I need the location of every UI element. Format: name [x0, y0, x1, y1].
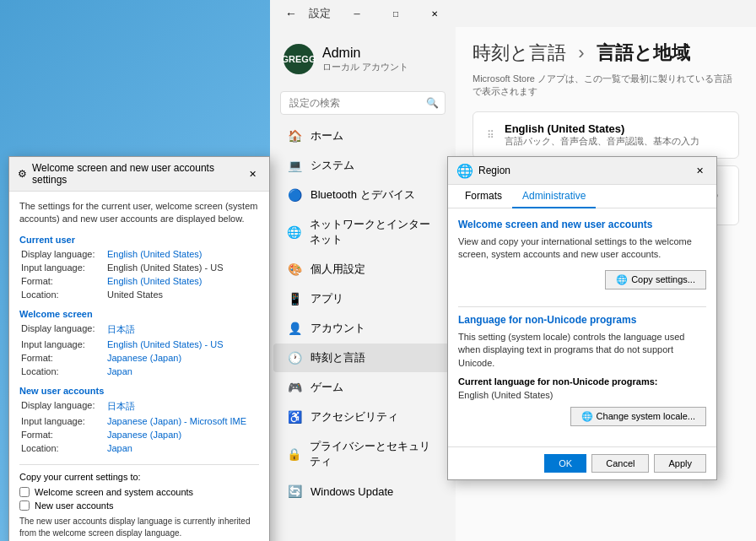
user-name: Admin — [322, 46, 408, 61]
apply-button[interactable]: Apply — [654, 454, 706, 473]
region-dialog-footer: OK Cancel Apply — [448, 446, 716, 479]
table-row: Input language: English (United States) … — [21, 262, 257, 273]
ok-button[interactable]: OK — [544, 454, 586, 473]
welcome-screen-label: Welcome screen — [19, 309, 259, 319]
nu-format-val: Japanese (Japan) — [107, 429, 257, 441]
table-row: Format: English (United States) — [21, 275, 257, 287]
table-row: Display language: 日本語 — [21, 399, 257, 414]
lang-info: English (United States) 言語パック、音声合成、音声認識、… — [505, 122, 725, 148]
minimize-button[interactable]: ─ — [338, 0, 376, 27]
region-titlebar: 🌐 Region ✕ — [448, 157, 716, 185]
avatar: GREGG — [284, 44, 314, 74]
table-row: Input language: English (United States) … — [21, 338, 257, 350]
nav-label-time: 時刻と言語 — [310, 350, 365, 365]
table-row: Display language: English (United States… — [21, 248, 257, 260]
sidebar-item-update[interactable]: 🔄 Windows Update — [273, 477, 452, 506]
welcome-close-button[interactable]: ✕ — [244, 165, 261, 182]
change-locale-button[interactable]: 🌐 Change system locale... — [570, 407, 706, 426]
checkbox-new-user[interactable]: New user accounts — [19, 500, 259, 511]
bluetooth-icon: 🔵 — [287, 187, 302, 203]
table-row: Location: Japan — [21, 365, 257, 377]
ws-display-lang-val: 日本語 — [107, 322, 257, 337]
copy-settings-button[interactable]: 🌐 Copy settings... — [605, 270, 706, 289]
ws-format-key: Format: — [21, 352, 105, 364]
region-tabs: Formats Administrative — [448, 185, 716, 208]
format-val: English (United States) — [107, 275, 257, 287]
nu-input-lang-key: Input language: — [21, 415, 105, 427]
table-row: Display language: 日本語 — [21, 322, 257, 337]
cancel-button[interactable]: Cancel — [591, 454, 649, 473]
accounts-icon: 👤 — [287, 321, 302, 336]
welcome-desc: The settings for the current user, welco… — [19, 200, 259, 226]
sidebar-item-gaming[interactable]: 🎮 ゲーム — [273, 373, 452, 402]
titlebar-controls: ─ □ ✕ — [338, 0, 454, 27]
region-dialog: 🌐 Region ✕ Formats Administrative Welcom… — [447, 156, 717, 480]
nav-list: 🏠 ホーム 💻 システム 🔵 Bluetooth とデバイス 🌐 ネットワークと… — [270, 122, 456, 506]
lang-name: English (United States) — [505, 122, 725, 135]
system-icon: 💻 — [287, 158, 302, 173]
welcome-dialog: ⚙ Welcome screen and new user accounts s… — [8, 156, 270, 541]
welcome-section-text: View and copy your international setting… — [458, 235, 706, 262]
ws-input-lang-val: English (United States) - US — [107, 338, 257, 350]
unicode-value: English (United States) — [458, 390, 706, 400]
checkbox-welcome[interactable]: Welcome screen and system accounts — [19, 487, 259, 497]
sidebar-item-personal[interactable]: 🎨 個人用設定 — [273, 255, 452, 284]
sidebar-item-privacy[interactable]: 🔒 プライバシーとセキュリティ — [273, 432, 452, 476]
user-profile[interactable]: GREGG Admin ローカル アカウント — [270, 34, 456, 84]
welcome-screen-table: Display language: 日本語 Input language: En… — [19, 321, 259, 379]
search-input[interactable] — [280, 91, 446, 115]
copy-icon: 🌐 — [616, 274, 628, 285]
breadcrumb-current: 言語と地域 — [597, 42, 690, 63]
nu-input-lang-val: Japanese (Japan) - Microsoft IME — [107, 415, 257, 427]
new-user-checkbox-label: New user accounts — [35, 500, 114, 511]
sidebar-item-time[interactable]: 🕐 時刻と言語 — [273, 344, 452, 372]
table-row: Location: United States — [21, 289, 257, 300]
user-info: Admin ローカル アカウント — [322, 46, 408, 73]
lang-detail: 言語パック、音声合成、音声認識、基本の入力 — [505, 135, 725, 148]
welcome-titlebar: ⚙ Welcome screen and new user accounts s… — [9, 157, 269, 192]
close-button[interactable]: ✕ — [415, 0, 454, 27]
welcome-settings-icon: ⚙ — [18, 168, 27, 180]
settings-back-button[interactable]: ← — [280, 7, 302, 20]
input-lang-key: Input language: — [21, 262, 105, 273]
change-locale-row: 🌐 Change system locale... — [458, 407, 706, 436]
nav-label-personal: 個人用設定 — [310, 262, 365, 277]
sidebar-item-accounts[interactable]: 👤 アカウント — [273, 314, 452, 343]
welcome-checkbox[interactable] — [19, 487, 30, 497]
breadcrumb-parent[interactable]: 時刻と言語 — [472, 42, 566, 63]
time-icon: 🕐 — [287, 350, 302, 365]
maximize-button[interactable]: □ — [376, 0, 415, 27]
new-user-label: New user accounts — [19, 386, 259, 396]
display-lang-key: Display language: — [21, 248, 105, 260]
user-role: ローカル アカウント — [322, 61, 408, 73]
nu-format-key: Format: — [21, 429, 105, 441]
sidebar-item-home[interactable]: 🏠 ホーム — [273, 122, 452, 150]
region-icon: 🌐 — [456, 163, 473, 179]
sidebar-item-bluetooth[interactable]: 🔵 Bluetooth とデバイス — [273, 181, 452, 209]
table-row: Input language: Japanese (Japan) - Micro… — [21, 415, 257, 427]
new-user-checkbox[interactable] — [19, 500, 30, 511]
unicode-text: This setting (system locale) controls th… — [458, 331, 706, 370]
copy-settings-section: Copy your current settings to: Welcome s… — [19, 464, 259, 539]
region-divider — [458, 306, 706, 307]
tab-administrative[interactable]: Administrative — [512, 185, 596, 208]
sidebar-item-network[interactable]: 🌐 ネットワークとインターネット — [273, 210, 452, 254]
update-icon: 🔄 — [287, 484, 302, 499]
copy-settings-row: 🌐 Copy settings... — [458, 270, 706, 300]
nav-label-update: Windows Update — [310, 485, 393, 498]
sidebar-item-apps[interactable]: 📱 アプリ — [273, 284, 452, 313]
tab-formats[interactable]: Formats — [455, 185, 512, 208]
welcome-dialog-title: Welcome screen and new user accounts set… — [32, 162, 239, 186]
copy-settings-label: Copy settings... — [631, 274, 695, 284]
region-close-button[interactable]: ✕ — [691, 162, 708, 179]
nav-label-accessibility: アクセシビリティ — [310, 409, 398, 425]
copy-title: Copy your current settings to: — [19, 472, 259, 482]
display-lang-val: English (United States) — [107, 248, 257, 260]
sidebar-item-accessibility[interactable]: ♿ アクセシビリティ — [273, 403, 452, 431]
change-locale-label: Change system locale... — [597, 411, 695, 421]
ws-location-key: Location: — [21, 365, 105, 377]
nav-label-privacy: プライバシーとセキュリティ — [310, 439, 439, 469]
breadcrumb-separator: › — [578, 42, 584, 63]
sidebar-item-system[interactable]: 💻 システム — [273, 151, 452, 180]
language-item-0[interactable]: ⠿ English (United States) 言語パック、音声合成、音声認… — [472, 111, 739, 159]
